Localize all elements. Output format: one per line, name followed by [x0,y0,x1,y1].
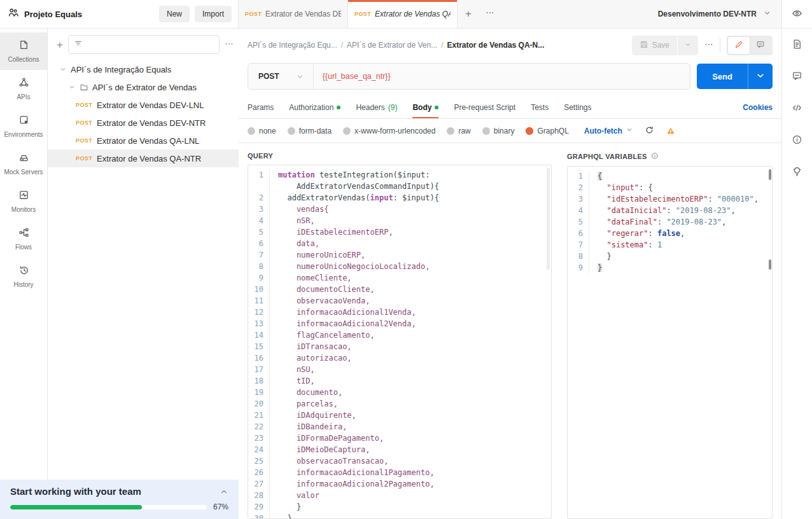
add-collection-button[interactable]: + [57,39,63,50]
code-text: informacaoAdicional1Pagamento, [270,467,435,478]
breadcrumb-current: Extrator de Vendas QA-N... [447,41,545,50]
rail-item-history[interactable]: History [0,258,47,295]
scrollbar[interactable] [547,168,550,270]
line-number: 7 [248,249,270,261]
body-mode-none[interactable]: none [248,127,276,135]
url-input[interactable]: {{url_base_qa_ntr}} [314,72,400,81]
code-line: 8 numeroUnicoNegocioLocalizado, [248,261,551,272]
refresh-schema-button[interactable] [645,125,654,137]
new-button[interactable]: New [159,6,190,22]
code-line: 1mutation testeIntegration($input: [248,169,551,181]
code-text: iDFormaDePagamento, [270,432,384,444]
sidebar-request-item[interactable]: POSTExtrator de Vendas QA-LNL [48,132,239,149]
chevron-up-icon[interactable] [220,487,228,496]
workspace-header: Projeto Equals New Import [0,0,239,28]
environment-name: Desenvolvimento DEV-NTR [658,10,757,18]
code-line: 27 informacaoAdicional2Pagamento, [248,478,551,490]
request-tab-body[interactable]: Body [412,96,438,118]
radio-icon [288,127,295,135]
code-line: 14 flagCancelamento, [248,329,551,341]
cookies-link[interactable]: Cookies [743,103,773,112]
rail-item-flows[interactable]: Flows [0,220,47,258]
body-mode-binary[interactable]: binary [482,127,515,135]
add-tab-button[interactable]: + [458,0,479,28]
banner-title: Start working with your team [10,486,220,497]
query-header: QUERY [248,149,552,165]
scrollbar[interactable] [768,167,771,518]
open-tab[interactable]: POSTExtrator de Vendas DEV [239,0,348,28]
environment-quicklook[interactable] [781,0,812,28]
save-options-button[interactable] [677,36,698,55]
body-mode-graphql[interactable]: GraphQL [526,127,568,135]
variables-editor[interactable]: 1{2 "input": {3 "idEstabelecimentoERP": … [567,166,773,519]
line-number: 2 [248,192,270,204]
postman-app: Projeto Equals New Import POSTExtrator d… [0,0,812,519]
edit-mode-button[interactable] [728,37,750,54]
code-line: 30 } [248,513,551,519]
request-tab-settings[interactable]: Settings [564,96,591,118]
line-number: 4 [568,205,589,216]
code-text: valor [270,490,319,501]
rail-item-collections[interactable]: Collections [0,32,47,70]
breadcrumb-item[interactable]: API´s de Extrator de Ven... [347,41,437,50]
rail-item-monitors[interactable]: Monitors [0,183,47,220]
url-box: POST {{url_base_qa_ntr}} [248,63,690,90]
method-selector[interactable]: POST [248,64,314,89]
radio-icon [248,127,255,135]
rail-item-mock-servers[interactable]: Mock Servers [0,145,47,183]
sidebar-request-item[interactable]: POSTExtrator de Vendas DEV-NTR [48,114,239,132]
sidebar-more-button[interactable] [225,39,234,50]
breadcrumb: API´s de Integração Equ... / API´s de Ex… [248,41,544,50]
sidebar-request-item[interactable]: POSTExtrator de Vendas DEV-LNL [48,96,239,114]
line-number: 16 [248,352,270,364]
history-icon [18,265,29,278]
eye-icon [792,8,802,21]
autofetch-toggle[interactable]: Auto-fetch [584,126,633,135]
code-snippet-button[interactable] [792,102,802,115]
pencil-icon [734,40,743,51]
breadcrumb-item[interactable]: API´s de Integração Equ... [248,41,337,50]
send-options-button[interactable] [748,64,773,89]
app-header: Projeto Equals New Import POSTExtrator d… [0,0,812,29]
query-editor[interactable]: 1mutation testeIntegration($input: AddEx… [248,165,552,519]
import-button[interactable]: Import [195,6,232,22]
send-button[interactable]: Send [697,64,748,89]
url-row: POST {{url_base_qa_ntr}} Send [239,62,781,96]
code-line: 17 nSU, [248,364,551,375]
request-more-button[interactable] [704,40,713,51]
collection-sub-folder[interactable]: API´s de Extrator de Vendas [48,78,239,96]
rail-item-apis[interactable]: APIs [0,70,47,107]
save-button[interactable]: Save [632,36,677,55]
request-tab-tests[interactable]: Tests [531,96,549,118]
filter-input[interactable] [68,35,220,54]
code-line: 4 nSR, [248,215,551,226]
documentation-button[interactable] [792,39,802,52]
sidebar-request-item[interactable]: POSTExtrator de Vendas QA-NTR [48,149,239,167]
rail-item-label: History [13,281,33,288]
request-tab-authorization[interactable]: Authorization [289,96,340,118]
code-line: 19 documento, [248,387,551,398]
comment-mode-button[interactable] [750,37,771,54]
line-number: 19 [248,387,270,398]
rail-item-label: Collections [8,56,39,63]
comment-button[interactable] [792,71,802,83]
open-tab[interactable]: POSTExtrator de Vendas QA- [348,0,458,28]
refresh-icon [645,125,654,137]
request-tab-headers[interactable]: Headers(9) [356,96,397,118]
flows-icon [18,227,29,240]
info-button[interactable] [792,134,802,147]
body-mode-raw[interactable]: raw [447,127,470,135]
code-text: iDEstabelecimentoERP, [270,226,393,238]
line-number: 17 [248,364,270,375]
request-tab-params[interactable]: Params [248,96,274,118]
tab-options-button[interactable] [479,0,501,28]
line-number: 27 [248,478,270,490]
collection-root-folder[interactable]: API´s de Integração Equals [48,60,239,78]
environment-selector[interactable]: Desenvolvimento DEV-NTR [648,0,781,28]
request-tab-pre-request-script[interactable]: Pre-request Script [454,96,515,118]
rail-item-environments[interactable]: Environments [0,107,47,145]
body-mode-form-data[interactable]: form-data [288,127,332,135]
workspace-title: Projeto Equals [24,10,82,19]
ai-suggestions-button[interactable] [792,166,802,179]
body-mode-x-www-form-urlencoded[interactable]: x-www-form-urlencoded [343,127,435,135]
